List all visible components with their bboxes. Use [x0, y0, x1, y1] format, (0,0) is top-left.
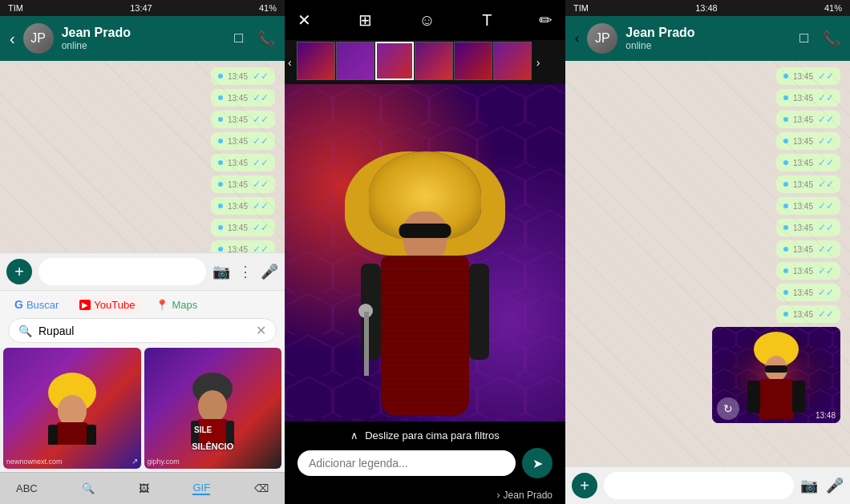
- contact-status-right: online: [625, 40, 791, 51]
- contact-name-right: Jean Prado: [625, 26, 791, 40]
- battery-left: 41%: [259, 3, 277, 13]
- send-button[interactable]: ➤: [522, 448, 552, 478]
- filmstrip-right-arrow[interactable]: ›: [533, 56, 544, 69]
- status-bar-left: TIM 13:47 41%: [0, 0, 285, 16]
- sent-gif-bubble[interactable]: ↻ 13:48: [712, 327, 840, 423]
- message-bubble: 13:45 ✓✓: [776, 67, 840, 85]
- add-attachment-button[interactable]: +: [6, 259, 32, 284]
- editor-close-icon[interactable]: ✕: [298, 10, 311, 30]
- message-bubble: 13:45 ✓✓: [776, 219, 840, 236]
- message-bubble: 13:45 ✓✓: [776, 132, 840, 150]
- main-image-area: [285, 84, 565, 421]
- sent-image-timestamp: 13:48: [816, 411, 836, 420]
- microphone-icon-right[interactable]: 🎤: [826, 477, 844, 494]
- back-button-left[interactable]: ‹: [10, 30, 15, 48]
- filmstrip-frame[interactable]: [415, 42, 453, 80]
- recipient-bar[interactable]: › Jean Prado: [285, 486, 565, 504]
- header-icons-right: □ 📞: [799, 30, 840, 47]
- gif-search-input[interactable]: [38, 325, 249, 337]
- status-bar-right: TIM 13:48 41%: [565, 0, 850, 16]
- keyboard-bar: ABC 🔍 🖼 GIF ⌫: [0, 472, 285, 504]
- message-bubble: 13:45 ✓✓: [776, 284, 840, 301]
- contact-status-left: online: [62, 40, 226, 51]
- filmstrip-frame[interactable]: [297, 42, 335, 80]
- search-tab-maps[interactable]: 📍 Maps: [149, 296, 204, 313]
- chevron-up-icon: ∧: [350, 429, 358, 442]
- more-options-icon[interactable]: ⋮: [238, 263, 253, 280]
- svg-point-6: [198, 390, 227, 422]
- message-dot: [218, 139, 223, 143]
- message-input-right[interactable]: [604, 472, 794, 499]
- time-right: 13:48: [695, 3, 718, 13]
- caption-input[interactable]: [298, 450, 516, 476]
- search-icon: 🔍: [18, 325, 32, 337]
- filmstrip-frame[interactable]: [493, 42, 532, 80]
- chat-header-right: ‹ JP Jean Prado online □ 📞: [565, 16, 850, 61]
- message-bubble: 13:45 ✓✓: [776, 175, 840, 193]
- message-bubble: 13:45 ✓✓: [776, 262, 840, 280]
- camera-icon[interactable]: 📷: [212, 263, 230, 280]
- gif-preview-main: [285, 84, 565, 421]
- search-tab-youtube[interactable]: ▶ YouTube: [73, 296, 141, 313]
- add-attachment-button-right[interactable]: +: [572, 473, 597, 498]
- dress: [381, 256, 469, 416]
- share-image-button[interactable]: ↻: [717, 397, 739, 420]
- video-call-icon[interactable]: □: [234, 30, 243, 47]
- slide-hint: ∧ Deslize para cima para filtros: [298, 429, 552, 442]
- message-dot: [218, 74, 223, 79]
- message-bubble: 13:45 ✓✓: [211, 111, 275, 128]
- message-dot: [218, 204, 223, 208]
- keyboard-abc-key[interactable]: ABC: [16, 482, 38, 494]
- video-call-icon-right[interactable]: □: [799, 30, 808, 47]
- gif-result-item[interactable]: SILE SILÊNCIO giphy.com: [144, 348, 282, 469]
- message-input-left[interactable]: [38, 258, 206, 285]
- voice-call-icon-right[interactable]: 📞: [823, 30, 840, 47]
- recipient-chevron: ›: [497, 490, 500, 501]
- slide-hint-text: Deslize para cima para filtros: [365, 429, 500, 442]
- message-bubble: 13:45 ✓✓: [776, 111, 840, 128]
- filmstrip-frame[interactable]: [336, 42, 374, 80]
- svg-rect-3: [48, 425, 58, 445]
- search-tab-google[interactable]: G Buscar: [8, 296, 65, 313]
- filmstrip-left-arrow[interactable]: ‹: [285, 56, 295, 69]
- contact-name-left: Jean Prado: [62, 26, 226, 40]
- svg-rect-21: [792, 381, 805, 413]
- keyboard-image-key[interactable]: 🖼: [139, 482, 149, 494]
- messages-area-left[interactable]: 13:45 ✓✓ 13:45 ✓✓ 13:45 ✓✓ 13:45 ✓✓ 13:4…: [0, 61, 285, 252]
- camera-icon-right[interactable]: 📷: [800, 477, 818, 494]
- maps-label: Maps: [172, 299, 197, 311]
- message-input-bar-right: + 📷 🎤: [565, 466, 850, 504]
- svg-rect-2: [56, 422, 88, 445]
- message-bubble: 13:45 ✓✓: [776, 305, 840, 323]
- editor-draw-icon[interactable]: ✏: [539, 10, 552, 30]
- filmstrip-frame[interactable]: [375, 42, 414, 80]
- gif-preview-2: SILE SILÊNCIO: [144, 348, 282, 469]
- header-info-right: Jean Prado online: [625, 26, 791, 51]
- gif-source-label: newnownext.com: [6, 458, 63, 466]
- filmstrip-frame[interactable]: [454, 42, 492, 80]
- editor-text-icon[interactable]: T: [482, 11, 492, 30]
- message-bubble: 13:45 ✓✓: [211, 240, 275, 252]
- gif-result-item[interactable]: newnownext.com ↗: [3, 348, 141, 469]
- message-bubble: 13:45 ✓✓: [211, 67, 275, 85]
- voice-call-icon[interactable]: 📞: [257, 30, 275, 47]
- editor-crop-icon[interactable]: ⊞: [358, 10, 372, 30]
- input-icons-left: 📷 ⋮ 🎤: [212, 263, 278, 280]
- messages-area-right[interactable]: 13:45 ✓✓ 13:45 ✓✓ 13:45 ✓✓ 13:45 ✓✓ 13:4…: [565, 61, 850, 466]
- back-button-right[interactable]: ‹: [575, 31, 579, 46]
- message-dot: [218, 117, 223, 122]
- editor-emoji-icon[interactable]: ☺: [419, 11, 435, 30]
- left-chat-panel: TIM 13:47 41% ‹ JP Jean Prado online □ 📞…: [0, 0, 285, 504]
- message-bubble: 13:45 ✓✓: [776, 154, 840, 171]
- clear-search-button[interactable]: ✕: [256, 323, 266, 338]
- battery-right: 41%: [824, 3, 842, 13]
- message-dot: [218, 225, 223, 230]
- youtube-play-icon: ▶: [79, 300, 91, 310]
- keyboard-gif-key[interactable]: GIF: [192, 482, 210, 495]
- keyboard-search-key[interactable]: 🔍: [82, 482, 95, 494]
- keyboard-delete-key[interactable]: ⌫: [254, 482, 269, 494]
- microphone-icon[interactable]: 🎤: [261, 263, 278, 280]
- message-dot: [218, 95, 223, 100]
- microphone-stand: [364, 312, 369, 376]
- gif-source-label: giphy.com: [148, 458, 180, 466]
